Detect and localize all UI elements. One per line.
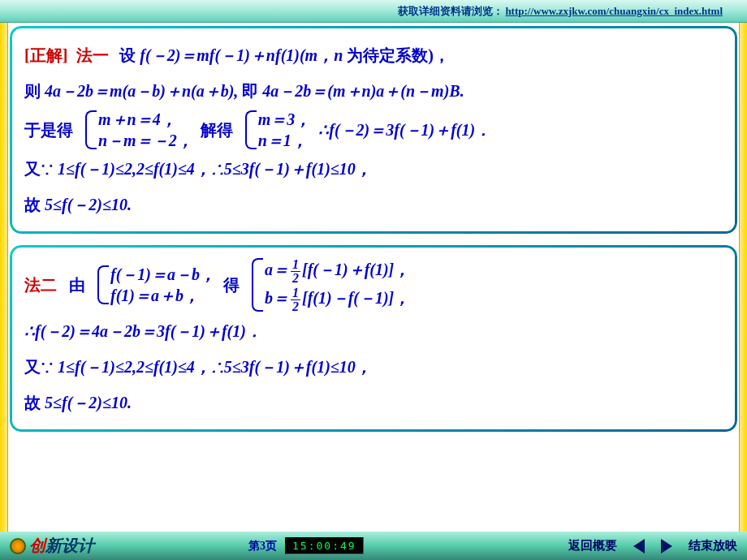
prev-button[interactable] [633,539,645,554]
numerator: 1 [291,258,300,272]
math-block-1: [正解] 法一 设 f(－2)＝mf(－1)＋nf(1)(m，n 为待定系数)，… [24,37,723,222]
triangle-right-icon [661,539,672,554]
fraction: 12 [291,258,300,285]
fraction: 12 [291,286,300,313]
tag-correct: [正解] [24,46,67,64]
solution-panel-2: 法二 由 f(－1)＝a－b， f(1)＝a＋b， 得 a＝12[f(－1)＋f… [10,245,737,432]
logo-icon [10,538,26,554]
end-label: 结束放映 [689,538,737,554]
expr: 5≤f(－2)≤10. [45,196,132,213]
next-button[interactable] [661,539,672,554]
denominator: 2 [291,300,300,313]
logo-char-rest: 新设计 [45,536,94,554]
clock-display: 15:00:49 [285,537,364,554]
frame-right [739,23,747,532]
numerator: 1 [291,286,300,300]
expr-part: [f(1)－f(－1)]， [302,289,410,307]
logo-char-1: 创 [29,536,45,554]
expr: f(－2)＝mf(－1)＋nf(1)(m，n [140,46,343,64]
logo-text: 创新设计 [29,535,94,557]
text: 设 [119,46,136,64]
header-bar: 获取详细资料请浏览： http://www.zxjkw.com/chuangxi… [0,0,747,23]
expr-part: [f(－1)＋f(1)]， [302,261,410,278]
math-block-2: 法二 由 f(－1)＝a－b， f(1)＝a＋b， 得 a＝12[f(－1)＋f… [24,256,723,420]
header-link[interactable]: http://www.zxjkw.com/chuangxin/cx_index.… [505,5,723,18]
eq: f(1)＝a＋b， [110,285,216,306]
eq: n－m＝－2， [98,130,193,151]
content-area: [正解] 法一 设 f(－2)＝mf(－1)＋nf(1)(m，n 为待定系数)，… [10,26,737,529]
expr: 1≤f(－1)≤2,2≤f(1)≤4，∴5≤3f(－1)＋f(1)≤10， [58,160,372,178]
system-brace-2: m＝3， n＝1， [240,109,312,151]
expr: 4a－2b＝m(a－b)＋n(a＋b), [45,82,238,100]
frame-left [0,23,8,532]
method-2-label: 法二 [24,267,57,303]
solution-panel-1: [正解] 法一 设 f(－2)＝mf(－1)＋nf(1)(m，n 为待定系数)，… [10,26,737,234]
text: 解得 [201,112,233,148]
eq: a＝12[f(－1)＋f(1)]， [265,256,410,285]
text: 又∵ [24,160,54,178]
method-1-label: 法一 [76,46,109,64]
system-brace-3: f(－1)＝a－b， f(1)＝a＋b， [93,264,216,306]
eq: m＝3， [258,109,312,130]
text: 又∵ [24,358,54,376]
logo: 创新设计 [10,535,94,557]
header-prefix: 获取详细资料请浏览： [398,4,503,19]
eq: n＝1， [258,130,312,151]
footer-bar: 创新设计 第3页 15:00:49 返回概要 结束放映 [0,532,747,560]
back-to-overview-button[interactable]: 返回概要 [568,538,617,554]
eq: f(－1)＝a－b， [110,264,216,285]
eq: m＋n＝4， [98,109,193,130]
expr: ∴f(－2)＝3f(－1)＋f(1)． [318,112,491,148]
expr: ∴f(－2)＝4a－2b＝3f(－1)＋f(1)． [24,322,262,340]
text: 为待定系数)， [347,46,450,64]
expr-part: a＝ [265,261,289,278]
end-show-button[interactable]: 结束放映 [689,538,737,554]
eq: b＝12[f(1)－f(－1)]， [265,285,410,313]
text: 即 [242,82,258,100]
triangle-left-icon [633,539,645,554]
denominator: 2 [291,272,300,285]
footer-nav: 返回概要 结束放映 [568,538,737,554]
expr-part: b＝ [265,289,289,307]
system-brace-1: m＋n＝4， n－m＝－2， [80,109,193,151]
text: 得 [223,267,240,303]
system-brace-4: a＝12[f(－1)＋f(1)]， b＝12[f(1)－f(－1)]， [247,256,410,313]
text: 则 [24,82,41,100]
text: 由 [69,267,85,303]
back-label: 返回概要 [568,538,617,554]
text: 于是得 [24,112,73,148]
expr: 1≤f(－1)≤2,2≤f(1)≤4，∴5≤3f(－1)＋f(1)≤10， [58,358,372,376]
text: 故 [24,394,41,411]
expr: 4a－2b＝(m＋n)a＋(n－m)B. [262,82,464,100]
page-number: 第3页 [248,539,277,554]
text: 故 [24,196,41,213]
expr: 5≤f(－2)≤10. [45,394,132,411]
